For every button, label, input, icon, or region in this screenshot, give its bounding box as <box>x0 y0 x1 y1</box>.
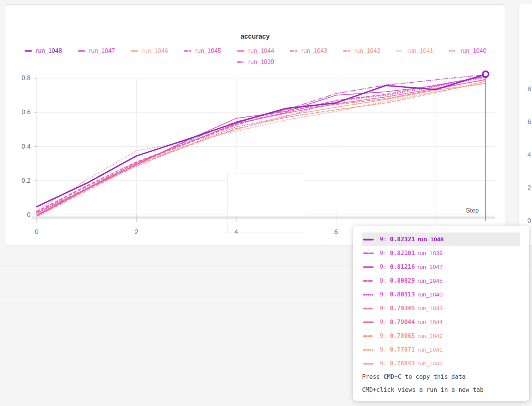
workspace-canvas: accuracy run_1048run_1047run_1046run_104… <box>0 0 532 406</box>
adjacent-y-axis-label: 4 <box>527 151 532 159</box>
tooltip-step: 9: <box>380 250 387 257</box>
tooltip-step: 9: <box>380 291 387 298</box>
tooltip-value: 0.80829 <box>390 277 415 284</box>
tooltip-swatch-icon <box>363 348 374 352</box>
tooltip-swatch-icon <box>363 334 374 338</box>
tooltip-step: 9: <box>380 360 387 367</box>
adjacent-y-axis-label: 6 <box>527 118 532 126</box>
tooltip-row-run_1039[interactable]: 9:0.82101run_1039 <box>362 246 520 260</box>
tooltip-rows: 9:0.82321run_10489:0.82101run_10399:0.81… <box>362 232 520 370</box>
tooltip-step: 9: <box>380 305 387 312</box>
tooltip-step: 9: <box>380 236 387 243</box>
tooltip-value: 0.79044 <box>390 319 415 326</box>
tooltip-value: 0.82321 <box>390 236 415 243</box>
tooltip-hint-copy: Press CMD+C to copy this data <box>362 370 520 383</box>
tooltip-row-run_1043[interactable]: 9:0.79345run_1043 <box>362 301 520 315</box>
tooltip-row-run_1046[interactable]: 9:0.76843run_1046 <box>362 357 520 370</box>
tooltip-row-run_1048[interactable]: 9:0.82321run_1048 <box>362 232 520 246</box>
adjacent-y-axis-label: 2 <box>527 184 532 192</box>
tooltip-row-run_1040[interactable]: 9:0.80513run_1040 <box>362 288 520 301</box>
tooltip-step: 9: <box>380 346 387 353</box>
tooltip-value: 0.82101 <box>390 250 415 257</box>
tooltip-value: 0.81216 <box>390 264 415 270</box>
tooltip-swatch-icon <box>363 238 374 241</box>
tooltip-row-run_1042[interactable]: 9:0.78065run_1042 <box>362 329 520 343</box>
adjacent-y-axis-label: 0 <box>527 217 532 225</box>
tooltip-run-name: run_1044 <box>418 319 443 326</box>
adjacent-y-axis-label: 8 <box>527 85 532 93</box>
tooltip-row-run_1044[interactable]: 9:0.79044run_1044 <box>362 315 520 329</box>
overlay-ghost-box <box>227 174 306 233</box>
tooltip-run-name: run_1046 <box>418 360 443 367</box>
tooltip-run-name: run_1048 <box>418 236 444 243</box>
tooltip-run-name: run_1045 <box>418 277 443 284</box>
tooltip-row-run_1041[interactable]: 9:0.77071run_1041 <box>362 343 520 357</box>
tooltip-value: 0.78065 <box>390 332 415 339</box>
tooltip-swatch-icon <box>363 279 374 283</box>
chart-tooltip: 9:0.82321run_10489:0.82101run_10399:0.81… <box>353 226 529 401</box>
tooltip-swatch-icon <box>363 362 374 365</box>
tooltip-step: 9: <box>380 319 387 326</box>
tooltip-swatch-icon <box>363 265 374 269</box>
tooltip-swatch-icon <box>363 293 374 296</box>
tooltip-step: 9: <box>380 277 387 284</box>
tooltip-value: 0.77071 <box>390 346 415 353</box>
tooltip-run-name: run_1047 <box>418 264 443 270</box>
tooltip-run-name: run_1043 <box>418 305 443 312</box>
tooltip-swatch-icon <box>363 321 374 324</box>
tooltip-run-name: run_1041 <box>418 346 443 353</box>
tooltip-row-run_1047[interactable]: 9:0.81216run_1047 <box>362 260 520 274</box>
tooltip-run-name: run_1039 <box>418 250 443 257</box>
tooltip-hint-open: CMD+click views a run in a new tab <box>362 383 520 396</box>
accuracy-panel: accuracy run_1048run_1047run_1046run_104… <box>5 4 505 246</box>
tooltip-value: 0.79345 <box>390 305 415 312</box>
tooltip-value: 0.76843 <box>390 360 415 367</box>
tooltip-run-name: run_1042 <box>418 332 443 339</box>
tooltip-swatch-icon <box>363 307 374 310</box>
tooltip-step: 9: <box>380 264 387 270</box>
tooltip-value: 0.80513 <box>390 291 415 298</box>
tooltip-footer: Press CMD+C to copy this data CMD+click … <box>362 370 520 396</box>
tooltip-step: 9: <box>380 332 387 339</box>
tooltip-swatch-icon <box>363 252 374 255</box>
tooltip-row-run_1045[interactable]: 9:0.80829run_1045 <box>362 274 520 288</box>
tooltip-run-name: run_1040 <box>418 291 443 298</box>
